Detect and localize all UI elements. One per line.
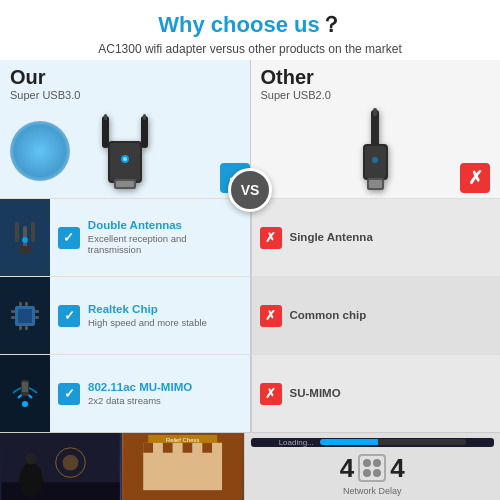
svg-point-9 bbox=[123, 157, 127, 161]
svg-rect-3 bbox=[116, 181, 134, 187]
feature1-left-text: ✓ Double Antennas Excellent reception an… bbox=[50, 199, 250, 276]
feature1-text: Double Antennas Excellent reception and … bbox=[88, 219, 242, 256]
svg-rect-33 bbox=[369, 180, 382, 188]
dot-3 bbox=[363, 469, 371, 477]
feature3-left-text: ✓ 802.11ac MU-MIMO 2x2 data streams bbox=[50, 355, 250, 432]
svg-rect-13 bbox=[19, 246, 31, 254]
dot-1 bbox=[363, 459, 371, 467]
left-features: ✓ Double Antennas Excellent reception an… bbox=[0, 198, 250, 432]
feature2-text: Realtek Chip High speed and more stable bbox=[88, 303, 207, 328]
x-icon-3: ✗ bbox=[260, 383, 282, 405]
check-icon-3: ✓ bbox=[58, 383, 80, 405]
svg-rect-5 bbox=[104, 114, 107, 120]
dot-2 bbox=[373, 459, 381, 467]
game-scene bbox=[0, 433, 121, 500]
svg-point-38 bbox=[25, 453, 37, 465]
header: Why choose us？ AC1300 wifi adapter versu… bbox=[0, 0, 500, 60]
feature2-thumb bbox=[0, 277, 50, 354]
svg-rect-17 bbox=[11, 310, 15, 313]
feature2-left-text: ✓ Realtek Chip High speed and more stabl… bbox=[50, 277, 250, 354]
antenna-icon bbox=[5, 218, 45, 258]
feature3-text: 802.11ac MU-MIMO 2x2 data streams bbox=[88, 381, 192, 406]
loading-fill bbox=[320, 439, 378, 445]
svg-rect-29 bbox=[373, 108, 377, 116]
svg-rect-6 bbox=[141, 116, 148, 148]
game-image bbox=[0, 433, 121, 500]
left-side: Our Super USB3.0 bbox=[0, 60, 251, 432]
svg-rect-27 bbox=[22, 382, 28, 392]
chess-scene: Relief Chess bbox=[122, 433, 243, 500]
left-adapter-image bbox=[80, 111, 170, 191]
page: Why choose us？ AC1300 wifi adapter versu… bbox=[0, 0, 500, 500]
right-adapter-image bbox=[348, 108, 403, 193]
chess-image: Relief Chess bbox=[122, 433, 243, 500]
svg-point-40 bbox=[63, 455, 79, 471]
svg-rect-12 bbox=[31, 222, 35, 242]
left-title: Our bbox=[10, 66, 240, 89]
screenshot-game bbox=[0, 433, 121, 500]
right-product-badge: ✗ bbox=[460, 163, 490, 193]
page-title: Why choose us？ bbox=[10, 10, 490, 40]
right-bottom: Loading... 4 4 Network Delay bbox=[244, 433, 501, 500]
feature3-thumb bbox=[0, 355, 50, 432]
dot-4 bbox=[373, 469, 381, 477]
svg-rect-24 bbox=[25, 326, 28, 330]
svg-rect-16 bbox=[18, 309, 32, 323]
glow-decoration bbox=[10, 121, 70, 181]
svg-point-37 bbox=[19, 463, 43, 498]
right-title: Other bbox=[261, 66, 491, 89]
x-icon-1: ✗ bbox=[260, 227, 282, 249]
feature-row-right-3: ✗ SU-MIMO bbox=[251, 354, 501, 432]
svg-rect-49 bbox=[203, 443, 213, 453]
feature-row-3: ✓ 802.11ac MU-MIMO 2x2 data streams bbox=[0, 354, 250, 432]
svg-rect-4 bbox=[102, 116, 109, 148]
svg-rect-19 bbox=[35, 310, 39, 313]
loading-bar bbox=[320, 439, 466, 445]
right-subtitle: Super USB2.0 bbox=[261, 89, 491, 101]
right-product-area: ✗ bbox=[251, 103, 501, 198]
svg-rect-20 bbox=[35, 316, 39, 319]
svg-rect-46 bbox=[173, 443, 183, 453]
feature-row-right-2: ✗ Common chip bbox=[251, 276, 501, 354]
right-header: Other Super USB2.0 bbox=[251, 60, 501, 103]
loading-text: Loading... bbox=[279, 438, 314, 447]
x-icon-2: ✗ bbox=[260, 305, 282, 327]
comparison-container: Our Super USB3.0 bbox=[0, 60, 500, 432]
svg-point-34 bbox=[372, 157, 378, 163]
right-side: Other Super USB2.0 bbox=[251, 60, 501, 432]
svg-point-25 bbox=[22, 401, 28, 407]
left-header: Our Super USB3.0 bbox=[0, 60, 250, 103]
feature-row-1: ✓ Double Antennas Excellent reception an… bbox=[0, 198, 250, 276]
left-subtitle: Super USB3.0 bbox=[10, 89, 240, 101]
feature-row-right-1: ✗ Single Antenna bbox=[251, 198, 501, 276]
delay-dots-icon bbox=[358, 454, 386, 482]
network-delay-label: Network Delay bbox=[343, 486, 402, 496]
svg-rect-44 bbox=[153, 443, 163, 453]
left-product-area: ✓ bbox=[0, 103, 250, 198]
feature-right-3-text: ✗ SU-MIMO bbox=[251, 355, 501, 432]
right-features: ✗ Single Antenna ✗ Common chip ✗ SU-MIMO bbox=[251, 198, 501, 432]
feature-row-2: ✓ Realtek Chip High speed and more stabl… bbox=[0, 276, 250, 354]
check-icon-2: ✓ bbox=[58, 305, 80, 327]
svg-point-14 bbox=[22, 237, 28, 243]
svg-rect-43 bbox=[143, 443, 153, 453]
network-delay-display: 4 4 bbox=[340, 453, 405, 484]
svg-rect-45 bbox=[163, 443, 173, 453]
svg-rect-48 bbox=[193, 443, 203, 453]
svg-rect-50 bbox=[212, 443, 222, 453]
svg-rect-11 bbox=[15, 222, 19, 242]
svg-rect-18 bbox=[11, 316, 15, 319]
screenshot-chess: Relief Chess bbox=[121, 433, 243, 500]
bottom-row: Relief Chess Loading... 4 bbox=[0, 432, 500, 500]
feature1-thumb bbox=[0, 199, 50, 276]
delay-left-number: 4 bbox=[340, 453, 354, 484]
svg-text:Relief Chess: Relief Chess bbox=[166, 437, 200, 443]
vs-badge: VS bbox=[228, 168, 272, 212]
chip-icon bbox=[5, 296, 45, 336]
mimo-icon bbox=[5, 374, 45, 414]
left-screenshots: Relief Chess bbox=[0, 433, 244, 500]
feature-right-2-text: ✗ Common chip bbox=[251, 277, 501, 354]
svg-rect-23 bbox=[19, 326, 22, 330]
check-icon-1: ✓ bbox=[58, 227, 80, 249]
loading-preview: Loading... bbox=[251, 438, 495, 447]
